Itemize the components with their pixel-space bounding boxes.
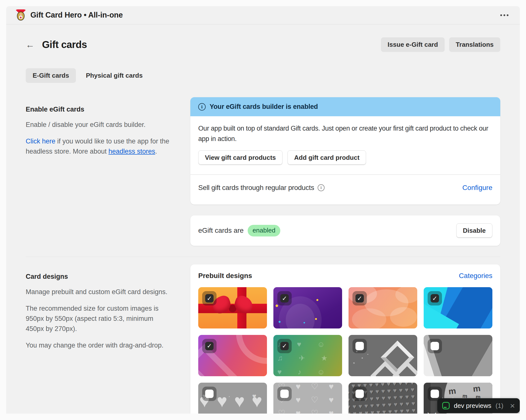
designs-section-p3: You may change the order with drag-and-d…: [26, 340, 170, 350]
design-checkbox-checked[interactable]: ✓: [352, 291, 367, 305]
enable-section-links-paragraph: Click here if you would like to use the …: [26, 136, 170, 157]
app-title: Gift Card Hero • All-in-one: [30, 11, 123, 20]
design-checkbox-unchecked[interactable]: [428, 339, 442, 353]
design-checkbox-checked[interactable]: ✓: [202, 291, 217, 305]
banner-title: Your eGift cards builder is enabled: [210, 103, 318, 111]
design-tile-green-social-icons[interactable]: ♪ ♥ ☺ ♫ ✈ ★ ♥ ♪ ☺ ♫ ★ ♥ ♪ ☺ ♫ ✈ ♥ ★ ♪ ☺✓: [273, 335, 342, 376]
design-checkbox-unchecked[interactable]: [352, 339, 367, 353]
add-gift-card-product-button[interactable]: Add gift card product: [287, 150, 366, 165]
design-checkbox-unchecked[interactable]: [202, 387, 217, 401]
design-tile-gray-diagonal[interactable]: [424, 335, 492, 376]
egift-status-card: eGift cards are enabled Disable: [190, 215, 500, 246]
status-badge: enabled: [248, 225, 281, 236]
sell-row-info-icon[interactable]: i: [318, 184, 325, 191]
sell-row-label: Sell gift cards through regular products: [198, 184, 314, 192]
design-checkbox-unchecked[interactable]: [277, 387, 292, 401]
click-here-link[interactable]: Click here: [26, 138, 55, 145]
design-checkbox-checked[interactable]: ✓: [277, 291, 292, 305]
banner-body-text: Our app built on top of standard Gift ca…: [198, 123, 492, 144]
dev-previews-toast: dev previews (1) ×: [437, 398, 520, 413]
tabs: E-Gift cards Physical gift cards: [26, 68, 500, 83]
toast-count: (1): [496, 402, 504, 410]
back-arrow-icon[interactable]: ←: [26, 40, 37, 49]
configure-link[interactable]: Configure: [462, 184, 492, 192]
app-logo-icon: [15, 9, 26, 21]
enable-section-description: Enable / disable your eGift cards builde…: [26, 120, 170, 130]
info-banner: i Your eGift cards builder is enabled: [190, 97, 500, 116]
status-text: eGift cards are: [198, 227, 244, 234]
toast-close-icon[interactable]: ×: [510, 401, 515, 410]
design-tile-purple-red-gradient[interactable]: ✓: [198, 335, 267, 376]
topbar: Gift Card Hero • All-in-one: [6, 6, 520, 24]
disable-button[interactable]: Disable: [456, 223, 493, 238]
design-checkbox-checked[interactable]: ✓: [428, 291, 442, 305]
sell-through-products-row: Sell gift cards through regular products…: [190, 175, 500, 205]
design-tile-purple-sparkles[interactable]: ✓: [273, 287, 342, 328]
design-tile-dark-hearts-dense[interactable]: ♥♥♥♥♥♥♥♥♥♥♥♥♥♥♥♥♥♥♥♥♥♥♥♥♥♥♥♥♥♥♥♥♥♥♥♥♥♥♥♥…: [349, 383, 417, 414]
designs-section-heading: Card designs: [26, 273, 170, 280]
design-checkbox-checked[interactable]: ✓: [202, 339, 217, 353]
enable-section-heading: Enable eGift cards: [26, 106, 170, 113]
designs-section-p2: The recommended size for custom images i…: [26, 303, 170, 334]
design-tile-gray-diamonds[interactable]: [349, 335, 417, 376]
prebuilt-designs-card: Prebuilt designs Categories ✓✓✓✓✓♪ ♥ ☺ ♫…: [190, 264, 500, 414]
card-designs-section: Card designs Manage prebuilt and custom …: [26, 264, 500, 414]
info-icon: i: [198, 103, 206, 111]
tab-egift-cards[interactable]: E-Gift cards: [26, 68, 76, 83]
translations-button[interactable]: Translations: [449, 37, 500, 52]
overflow-menu-icon[interactable]: [498, 12, 511, 19]
design-tile-orange-gift-bow[interactable]: ✓: [198, 287, 267, 328]
headless-stores-link[interactable]: headless stores: [109, 148, 155, 155]
design-checkbox-unchecked[interactable]: [352, 387, 367, 401]
page-header: ← Gift cards Issue e-Gift card Translati…: [26, 37, 500, 52]
design-checkbox-checked[interactable]: ✓: [277, 339, 292, 353]
section-divider: [26, 257, 500, 257]
design-tile-gray-hearts-pattern[interactable]: ♡ ♥ ♡ ♥ ♡ ♥ ♡ ♥ ♡ ♥ ♡ ♥ ♡ ♥ ♡ ♥ ♡ ♥ ♡ ♥ …: [273, 383, 342, 414]
design-tile-gray-hearts-large[interactable]: [198, 383, 267, 414]
issue-egift-card-button[interactable]: Issue e-Gift card: [381, 37, 445, 52]
categories-link[interactable]: Categories: [459, 272, 492, 280]
view-gift-card-products-button[interactable]: View gift card products: [198, 150, 283, 165]
toast-label: dev previews: [454, 402, 491, 410]
design-tile-cyan-blue-geometric[interactable]: ✓: [424, 287, 492, 328]
designs-section-p1: Manage prebuilt and custom eGift card de…: [26, 287, 170, 297]
app-frame: Gift Card Hero • All-in-one ← Gift cards…: [6, 6, 520, 414]
prebuilt-designs-title: Prebuilt designs: [198, 272, 252, 280]
builder-card: i Your eGift cards builder is enabled Ou…: [190, 97, 500, 205]
designs-grid: ✓✓✓✓✓♪ ♥ ☺ ♫ ✈ ★ ♥ ♪ ☺ ♫ ★ ♥ ♪ ☺ ♫ ✈ ♥ ★…: [198, 287, 492, 414]
page-title: Gift cards: [42, 39, 87, 50]
tab-physical-gift-cards[interactable]: Physical gift cards: [79, 68, 150, 83]
enable-egift-section: Enable eGift cards Enable / disable your…: [26, 97, 500, 246]
design-tile-coral-doodles[interactable]: ✓: [349, 287, 417, 328]
dev-console-icon: [442, 402, 450, 409]
